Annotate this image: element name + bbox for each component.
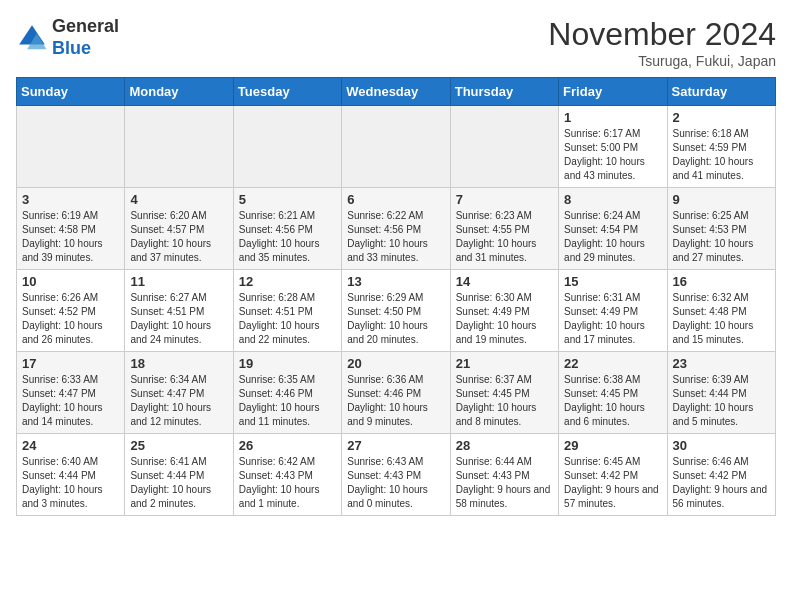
calendar-cell: 19Sunrise: 6:35 AM Sunset: 4:46 PM Dayli… — [233, 352, 341, 434]
day-info: Sunrise: 6:42 AM Sunset: 4:43 PM Dayligh… — [239, 455, 336, 511]
day-info: Sunrise: 6:24 AM Sunset: 4:54 PM Dayligh… — [564, 209, 661, 265]
day-number: 3 — [22, 192, 119, 207]
calendar-week-row: 10Sunrise: 6:26 AM Sunset: 4:52 PM Dayli… — [17, 270, 776, 352]
day-number: 8 — [564, 192, 661, 207]
calendar-cell: 10Sunrise: 6:26 AM Sunset: 4:52 PM Dayli… — [17, 270, 125, 352]
weekday-header: Wednesday — [342, 78, 450, 106]
day-info: Sunrise: 6:17 AM Sunset: 5:00 PM Dayligh… — [564, 127, 661, 183]
weekday-header: Tuesday — [233, 78, 341, 106]
day-info: Sunrise: 6:40 AM Sunset: 4:44 PM Dayligh… — [22, 455, 119, 511]
calendar-cell: 14Sunrise: 6:30 AM Sunset: 4:49 PM Dayli… — [450, 270, 558, 352]
calendar-cell: 2Sunrise: 6:18 AM Sunset: 4:59 PM Daylig… — [667, 106, 775, 188]
day-info: Sunrise: 6:28 AM Sunset: 4:51 PM Dayligh… — [239, 291, 336, 347]
day-number: 23 — [673, 356, 770, 371]
day-number: 4 — [130, 192, 227, 207]
calendar-cell — [17, 106, 125, 188]
calendar-cell: 11Sunrise: 6:27 AM Sunset: 4:51 PM Dayli… — [125, 270, 233, 352]
weekday-header: Thursday — [450, 78, 558, 106]
logo-icon — [16, 22, 48, 54]
title-block: November 2024 Tsuruga, Fukui, Japan — [548, 16, 776, 69]
weekday-header: Sunday — [17, 78, 125, 106]
calendar-cell: 30Sunrise: 6:46 AM Sunset: 4:42 PM Dayli… — [667, 434, 775, 516]
calendar-cell: 3Sunrise: 6:19 AM Sunset: 4:58 PM Daylig… — [17, 188, 125, 270]
calendar-cell: 5Sunrise: 6:21 AM Sunset: 4:56 PM Daylig… — [233, 188, 341, 270]
day-number: 9 — [673, 192, 770, 207]
day-number: 2 — [673, 110, 770, 125]
day-info: Sunrise: 6:27 AM Sunset: 4:51 PM Dayligh… — [130, 291, 227, 347]
day-info: Sunrise: 6:38 AM Sunset: 4:45 PM Dayligh… — [564, 373, 661, 429]
day-info: Sunrise: 6:43 AM Sunset: 4:43 PM Dayligh… — [347, 455, 444, 511]
logo: General Blue — [16, 16, 119, 59]
calendar-cell: 6Sunrise: 6:22 AM Sunset: 4:56 PM Daylig… — [342, 188, 450, 270]
calendar-cell: 16Sunrise: 6:32 AM Sunset: 4:48 PM Dayli… — [667, 270, 775, 352]
weekday-header: Monday — [125, 78, 233, 106]
day-number: 12 — [239, 274, 336, 289]
day-number: 21 — [456, 356, 553, 371]
day-number: 28 — [456, 438, 553, 453]
day-number: 25 — [130, 438, 227, 453]
logo-blue-text: Blue — [52, 38, 91, 58]
day-info: Sunrise: 6:39 AM Sunset: 4:44 PM Dayligh… — [673, 373, 770, 429]
day-info: Sunrise: 6:21 AM Sunset: 4:56 PM Dayligh… — [239, 209, 336, 265]
day-number: 5 — [239, 192, 336, 207]
calendar-table: SundayMondayTuesdayWednesdayThursdayFrid… — [16, 77, 776, 516]
calendar-cell: 23Sunrise: 6:39 AM Sunset: 4:44 PM Dayli… — [667, 352, 775, 434]
calendar-cell: 15Sunrise: 6:31 AM Sunset: 4:49 PM Dayli… — [559, 270, 667, 352]
day-number: 7 — [456, 192, 553, 207]
calendar-cell — [342, 106, 450, 188]
day-info: Sunrise: 6:31 AM Sunset: 4:49 PM Dayligh… — [564, 291, 661, 347]
day-number: 6 — [347, 192, 444, 207]
calendar-cell: 12Sunrise: 6:28 AM Sunset: 4:51 PM Dayli… — [233, 270, 341, 352]
day-info: Sunrise: 6:22 AM Sunset: 4:56 PM Dayligh… — [347, 209, 444, 265]
day-number: 1 — [564, 110, 661, 125]
calendar-cell — [233, 106, 341, 188]
day-number: 17 — [22, 356, 119, 371]
day-number: 16 — [673, 274, 770, 289]
calendar-week-row: 3Sunrise: 6:19 AM Sunset: 4:58 PM Daylig… — [17, 188, 776, 270]
calendar-cell: 17Sunrise: 6:33 AM Sunset: 4:47 PM Dayli… — [17, 352, 125, 434]
calendar-cell: 24Sunrise: 6:40 AM Sunset: 4:44 PM Dayli… — [17, 434, 125, 516]
calendar-cell: 8Sunrise: 6:24 AM Sunset: 4:54 PM Daylig… — [559, 188, 667, 270]
day-info: Sunrise: 6:34 AM Sunset: 4:47 PM Dayligh… — [130, 373, 227, 429]
day-number: 22 — [564, 356, 661, 371]
calendar-cell: 26Sunrise: 6:42 AM Sunset: 4:43 PM Dayli… — [233, 434, 341, 516]
calendar-cell: 28Sunrise: 6:44 AM Sunset: 4:43 PM Dayli… — [450, 434, 558, 516]
calendar-week-row: 24Sunrise: 6:40 AM Sunset: 4:44 PM Dayli… — [17, 434, 776, 516]
calendar-cell — [450, 106, 558, 188]
calendar-cell: 7Sunrise: 6:23 AM Sunset: 4:55 PM Daylig… — [450, 188, 558, 270]
calendar-cell: 25Sunrise: 6:41 AM Sunset: 4:44 PM Dayli… — [125, 434, 233, 516]
day-number: 11 — [130, 274, 227, 289]
calendar-cell: 1Sunrise: 6:17 AM Sunset: 5:00 PM Daylig… — [559, 106, 667, 188]
day-info: Sunrise: 6:44 AM Sunset: 4:43 PM Dayligh… — [456, 455, 553, 511]
calendar-cell: 29Sunrise: 6:45 AM Sunset: 4:42 PM Dayli… — [559, 434, 667, 516]
calendar-header-row: SundayMondayTuesdayWednesdayThursdayFrid… — [17, 78, 776, 106]
day-info: Sunrise: 6:30 AM Sunset: 4:49 PM Dayligh… — [456, 291, 553, 347]
day-number: 19 — [239, 356, 336, 371]
calendar-week-row: 17Sunrise: 6:33 AM Sunset: 4:47 PM Dayli… — [17, 352, 776, 434]
calendar-cell: 27Sunrise: 6:43 AM Sunset: 4:43 PM Dayli… — [342, 434, 450, 516]
page-header: General Blue November 2024 Tsuruga, Fuku… — [16, 16, 776, 69]
weekday-header: Saturday — [667, 78, 775, 106]
day-number: 30 — [673, 438, 770, 453]
logo-general-text: General — [52, 16, 119, 36]
day-number: 26 — [239, 438, 336, 453]
day-number: 13 — [347, 274, 444, 289]
day-number: 14 — [456, 274, 553, 289]
calendar-cell: 22Sunrise: 6:38 AM Sunset: 4:45 PM Dayli… — [559, 352, 667, 434]
day-info: Sunrise: 6:19 AM Sunset: 4:58 PM Dayligh… — [22, 209, 119, 265]
day-info: Sunrise: 6:26 AM Sunset: 4:52 PM Dayligh… — [22, 291, 119, 347]
calendar-cell — [125, 106, 233, 188]
day-number: 29 — [564, 438, 661, 453]
day-info: Sunrise: 6:18 AM Sunset: 4:59 PM Dayligh… — [673, 127, 770, 183]
day-info: Sunrise: 6:20 AM Sunset: 4:57 PM Dayligh… — [130, 209, 227, 265]
calendar-cell: 20Sunrise: 6:36 AM Sunset: 4:46 PM Dayli… — [342, 352, 450, 434]
day-info: Sunrise: 6:33 AM Sunset: 4:47 PM Dayligh… — [22, 373, 119, 429]
day-number: 24 — [22, 438, 119, 453]
day-info: Sunrise: 6:36 AM Sunset: 4:46 PM Dayligh… — [347, 373, 444, 429]
calendar-week-row: 1Sunrise: 6:17 AM Sunset: 5:00 PM Daylig… — [17, 106, 776, 188]
day-number: 20 — [347, 356, 444, 371]
month-title: November 2024 — [548, 16, 776, 53]
calendar-cell: 18Sunrise: 6:34 AM Sunset: 4:47 PM Dayli… — [125, 352, 233, 434]
day-number: 27 — [347, 438, 444, 453]
calendar-cell: 4Sunrise: 6:20 AM Sunset: 4:57 PM Daylig… — [125, 188, 233, 270]
